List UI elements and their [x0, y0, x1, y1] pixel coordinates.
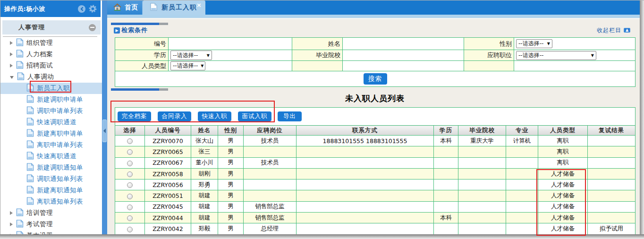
sidebar-item[interactable]: 离职通知单列表 [0, 196, 102, 207]
row-radio-button[interactable] [127, 149, 133, 155]
table-cell [244, 168, 297, 179]
sidebar-item[interactable]: 调职通知单列表 [0, 173, 102, 185]
row-radio-button[interactable] [127, 205, 133, 210]
table-cell [244, 190, 297, 201]
table-cell [506, 146, 538, 157]
document-icon [26, 140, 34, 150]
sidebar-item[interactable]: 新建离职申请单 [0, 128, 102, 139]
sidebar-item[interactable]: 组织管理 [0, 37, 102, 49]
table-cell: 重庆大学 [458, 136, 506, 146]
row-radio-button[interactable] [127, 161, 133, 166]
sidebar-item[interactable]: 调职申请单列表 [0, 105, 102, 117]
loading-bar-rest [159, 23, 168, 25]
row-radio-button[interactable] [127, 194, 133, 199]
person-type-select[interactable]: --请选择-- ▼ [170, 61, 205, 70]
sidebar-panel-header[interactable]: 人事管理 [2, 20, 101, 34]
tree-collapsed-icon[interactable] [10, 222, 13, 226]
sidebar-item-label: 培训管理 [26, 209, 53, 217]
export-button[interactable]: 导出 [278, 111, 302, 121]
row-radio-button[interactable] [127, 227, 133, 232]
table-cell [434, 179, 458, 190]
document-icon [16, 61, 24, 70]
tree-collapsed-icon[interactable] [10, 41, 13, 45]
sidebar-item[interactable]: 考试管理 [0, 219, 102, 230]
tab-bar: 首页 新员工入职 × [107, 0, 640, 15]
sidebar-item[interactable]: 人力档案 [0, 49, 102, 60]
school-input[interactable] [343, 50, 464, 61]
collapse-up-icon[interactable]: ▲ [624, 28, 630, 33]
number-input[interactable] [169, 38, 292, 50]
tab-new-employee[interactable]: 新员工入职 × [143, 0, 205, 15]
table-cell [588, 190, 636, 201]
document-icon [16, 231, 24, 234]
minus-circle-icon[interactable] [89, 24, 96, 31]
sidebar-item[interactable]: 新建调职申请单 [0, 94, 102, 105]
sidebar-item[interactable]: 培训管理 [0, 207, 102, 219]
name-input[interactable] [343, 38, 464, 50]
table-cell [458, 213, 506, 223]
table-cell: 郑毅 [191, 223, 218, 234]
row-select-cell [115, 168, 145, 179]
sidebar-item[interactable]: 离职申请单列表 [0, 139, 102, 151]
row-select-cell [115, 190, 145, 201]
sidebar-item-label: 调职通知单列表 [37, 175, 83, 183]
document-icon [26, 152, 34, 161]
empty-input-cell [343, 61, 464, 71]
sidebar-item[interactable]: 招聘面试 [0, 60, 102, 71]
row-radio-button[interactable] [127, 171, 133, 177]
sidebar-item-label: 新建离职通知单 [37, 186, 83, 195]
table-cell [458, 223, 506, 234]
sidebar-item[interactable]: 基本设置 [0, 230, 102, 234]
row-radio-button[interactable] [127, 182, 133, 188]
sidebar-item-label: 快速离职通道 [37, 152, 76, 161]
row-radio-button[interactable] [127, 215, 133, 221]
sidebar-item[interactable]: 新建离职通知单 [0, 185, 102, 196]
table-cell: 胡建 [191, 190, 218, 201]
table-cell: 张大山 [191, 136, 218, 146]
field-label-number: 编号 [115, 38, 169, 50]
document-icon [16, 220, 24, 229]
settings-gear-icon[interactable] [89, 5, 97, 13]
tree-collapsed-icon[interactable] [10, 211, 13, 215]
table-cell [588, 157, 636, 168]
table-cell: 男 [218, 146, 244, 157]
sidebar-item[interactable]: 新建调职通知单 [0, 162, 102, 173]
table-cell [588, 213, 636, 223]
table-cell: 男 [218, 168, 244, 179]
table-cell [297, 190, 434, 201]
field-label-person-type: 人员类型 [115, 61, 169, 71]
splitter-collapse-handle[interactable] [102, 120, 107, 142]
sidebar-item-label: 离职申请单列表 [37, 141, 83, 149]
table-cell [434, 190, 458, 201]
tree-expanded-icon[interactable] [10, 76, 14, 79]
gender-select[interactable]: --请选择-- ▼ [516, 39, 552, 48]
sidebar-item[interactable]: 快速调职通道 [0, 117, 102, 128]
back-circle-icon[interactable] [78, 5, 85, 13]
table-cell [297, 146, 434, 157]
loading-bar-top [111, 23, 168, 25]
sidebar-item-label: 招聘面试 [26, 61, 53, 70]
sidebar-item-label: 人力档案 [26, 50, 53, 59]
collapse-panel-link[interactable]: 收起栏目 [597, 26, 621, 34]
tab-close-icon[interactable]: × [196, 2, 202, 9]
table-cell [434, 223, 458, 234]
sidebar-item[interactable]: 快速离职通道 [0, 151, 102, 162]
table-cell [506, 168, 538, 179]
tree-collapsed-icon[interactable] [10, 52, 13, 56]
app-window: 操作员:杨小波 人事管理 组织管理 [0, 0, 644, 239]
search-button[interactable]: 搜索 [364, 73, 387, 85]
table-cell: 拟予试用 [588, 223, 636, 234]
row-radio-button[interactable] [127, 138, 133, 144]
row-select-cell [115, 157, 145, 168]
table-cell [458, 168, 506, 179]
table-cell [506, 179, 538, 190]
education-select[interactable]: --请选择-- ▼ [170, 51, 212, 60]
table-cell: 技术员 [244, 157, 297, 168]
table-cell: 男 [218, 190, 244, 201]
tree-collapsed-icon[interactable] [10, 64, 13, 68]
table-cell [297, 157, 434, 168]
tab-home[interactable]: 首页 [107, 0, 143, 15]
table-cell [458, 190, 506, 201]
splitter-bar[interactable] [102, 0, 107, 234]
position-select[interactable]: --请选择-- ▼ [516, 51, 596, 60]
